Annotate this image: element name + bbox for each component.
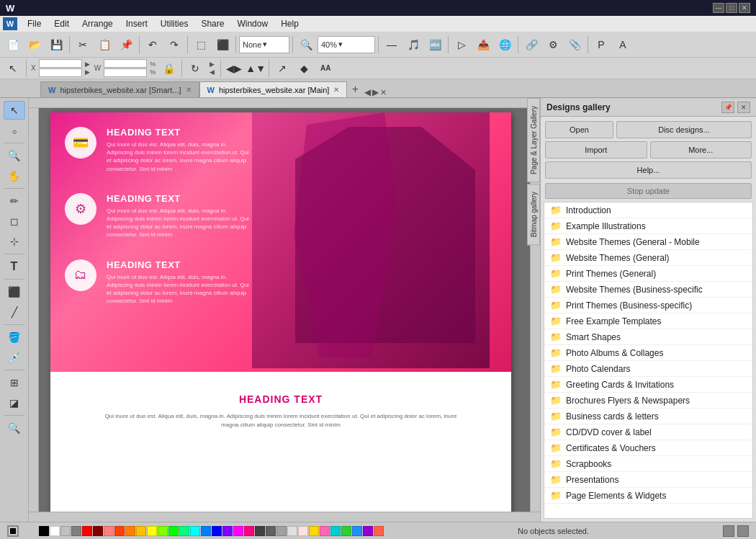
rotate-button[interactable]: ↻ bbox=[185, 58, 205, 79]
search-button[interactable]: 🔍 bbox=[296, 35, 316, 55]
color-swatch-19[interactable] bbox=[244, 526, 254, 536]
select-tool[interactable]: ↖ bbox=[4, 101, 25, 120]
disc-designs-button[interactable]: Disc designs... bbox=[616, 121, 752, 138]
open-button[interactable]: Open bbox=[545, 121, 613, 138]
cut-button[interactable]: ✂ bbox=[73, 35, 93, 55]
lock-ratio-button[interactable]: 🔒 bbox=[158, 58, 179, 79]
color-swatch-11[interactable] bbox=[158, 526, 168, 536]
gallery-item-5[interactable]: 📁Website Themes (Business-specific bbox=[544, 282, 752, 298]
color-swatch-14[interactable] bbox=[190, 526, 200, 536]
status-icon-2[interactable] bbox=[737, 525, 749, 537]
maximize-button[interactable]: □ bbox=[726, 3, 737, 13]
color-swatch-13[interactable] bbox=[179, 526, 189, 536]
arrow-tool[interactable]: ↖ bbox=[3, 58, 23, 79]
extra-btn1[interactable]: ⚙ bbox=[543, 35, 563, 55]
extra-btn2[interactable]: 📎 bbox=[564, 35, 585, 55]
export-button[interactable]: 📤 bbox=[473, 35, 493, 55]
tab-main[interactable]: W hipsterbikes_website.xar [Main] ✕ bbox=[199, 81, 348, 97]
color-swatch-20[interactable] bbox=[255, 526, 265, 536]
gallery-list[interactable]: 📁Introduction📁Example Illustrations📁Webs… bbox=[544, 202, 753, 519]
color-swatch-28[interactable] bbox=[341, 526, 351, 536]
menu-edit[interactable]: Edit bbox=[48, 17, 75, 30]
menu-file[interactable]: File bbox=[22, 17, 47, 30]
new-button[interactable]: 📄 bbox=[3, 35, 23, 55]
gallery-item-12[interactable]: 📁Brochures Flyers & Newspapers bbox=[544, 393, 752, 409]
fill-dropdown[interactable]: None ▾ bbox=[239, 36, 289, 53]
color-swatch-29[interactable] bbox=[352, 526, 362, 536]
eraser-tool[interactable]: ◻ bbox=[4, 212, 25, 231]
search-tool[interactable]: 🔍 bbox=[4, 419, 25, 437]
status-icon-1[interactable] bbox=[723, 525, 734, 537]
panel-pin-button[interactable]: 📌 bbox=[721, 102, 734, 113]
panel-close-button[interactable]: ✕ bbox=[737, 102, 750, 113]
gallery-item-16[interactable]: 📁Scrapbooks bbox=[544, 456, 752, 472]
spell-button[interactable]: 🔤 bbox=[425, 35, 445, 55]
color-swatch-23[interactable] bbox=[287, 526, 297, 536]
gallery-item-7[interactable]: 📁Free Example Templates bbox=[544, 313, 752, 329]
preview-button[interactable]: ▷ bbox=[451, 35, 472, 55]
color-btn2[interactable]: 🎵 bbox=[403, 35, 423, 55]
crop-tool[interactable]: ⊹ bbox=[4, 232, 25, 251]
draw-tool[interactable]: ✏ bbox=[4, 192, 25, 210]
color-swatch-5[interactable] bbox=[93, 526, 103, 536]
horizontal-scrollbar[interactable] bbox=[29, 512, 540, 522]
color-swatch-6[interactable] bbox=[104, 526, 114, 536]
window-controls[interactable]: — □ ✕ bbox=[713, 3, 750, 13]
menu-arrange[interactable]: Arrange bbox=[76, 17, 119, 30]
tab-close-all[interactable]: ✕ bbox=[380, 88, 387, 97]
color-swatch-24[interactable] bbox=[298, 526, 308, 536]
line-tool[interactable]: ╱ bbox=[4, 303, 25, 321]
h-input[interactable] bbox=[104, 68, 147, 77]
color-swatch-26[interactable] bbox=[320, 526, 330, 536]
color-swatch-10[interactable] bbox=[147, 526, 157, 536]
gallery-item-9[interactable]: 📁Photo Albums & Collages bbox=[544, 345, 752, 361]
gallery-item-4[interactable]: 📁Print Themes (General) bbox=[544, 266, 752, 282]
close-button[interactable]: ✕ bbox=[739, 3, 750, 13]
zoom-tool[interactable]: 🔍 bbox=[4, 146, 25, 165]
pointer-mode[interactable]: ↗ bbox=[272, 58, 292, 79]
color-swatch-31[interactable] bbox=[374, 526, 384, 536]
gallery-item-10[interactable]: 📁Photo Calendars bbox=[544, 361, 752, 377]
gallery-item-0[interactable]: 📁Introduction bbox=[544, 202, 752, 218]
save-button[interactable]: 💾 bbox=[46, 35, 66, 55]
gallery-item-17[interactable]: 📁Presentations bbox=[544, 472, 752, 488]
paste-button[interactable]: 📌 bbox=[116, 35, 136, 55]
tab-next[interactable]: ▶ bbox=[372, 87, 379, 97]
color-swatch-12[interactable] bbox=[168, 526, 179, 536]
color-swatch-18[interactable] bbox=[233, 526, 243, 536]
more-button[interactable]: More... bbox=[650, 141, 752, 159]
color-palette[interactable] bbox=[39, 526, 384, 536]
color-swatch-27[interactable] bbox=[330, 526, 341, 536]
menu-insert[interactable]: Insert bbox=[120, 17, 153, 30]
gallery-item-1[interactable]: 📁Example Illustrations bbox=[544, 218, 752, 234]
gallery-item-2[interactable]: 📁Website Themes (General - Mobile bbox=[544, 234, 752, 250]
transform-button[interactable]: ⬚ bbox=[191, 35, 211, 55]
menu-window[interactable]: Window bbox=[231, 17, 274, 30]
color-swatch-22[interactable] bbox=[276, 526, 287, 536]
copy-button[interactable]: 📋 bbox=[94, 35, 114, 55]
color-swatch-25[interactable] bbox=[309, 526, 319, 536]
gallery-item-13[interactable]: 📁Business cards & letters bbox=[544, 409, 752, 424]
page-layer-gallery-tab[interactable]: Page & Layer Gallery bbox=[527, 98, 540, 182]
redo-button[interactable]: ↷ bbox=[164, 35, 184, 55]
node-tool[interactable]: ⬦ bbox=[4, 121, 25, 140]
color-swatch-2[interactable] bbox=[60, 526, 71, 536]
extra-btn3[interactable]: P bbox=[591, 35, 611, 55]
fill-tool[interactable]: 🪣 bbox=[4, 328, 25, 347]
color-swatch-30[interactable] bbox=[363, 526, 373, 536]
tab-smart[interactable]: W hipsterbikes_website.xar [Smart...] ✕ bbox=[40, 81, 199, 97]
color-swatch-16[interactable] bbox=[212, 526, 222, 536]
gallery-item-14[interactable]: 📁CD/DVD cover & label bbox=[544, 424, 752, 440]
publish-button[interactable]: 🌐 bbox=[495, 35, 515, 55]
open-button[interactable]: 📂 bbox=[24, 35, 45, 55]
color-swatch-4[interactable] bbox=[82, 526, 92, 536]
color-swatch-0[interactable] bbox=[39, 526, 49, 536]
shape-tool[interactable]: ⬛ bbox=[4, 282, 25, 301]
tab-main-close[interactable]: ✕ bbox=[333, 86, 339, 94]
x-input[interactable] bbox=[39, 59, 82, 68]
color-swatch-8[interactable] bbox=[125, 526, 135, 536]
tab-prev[interactable]: ◀ bbox=[364, 87, 371, 97]
gallery-item-3[interactable]: 📁Website Themes (General) bbox=[544, 250, 752, 266]
menu-share[interactable]: Share bbox=[195, 17, 230, 30]
tab-add-button[interactable]: + bbox=[347, 81, 363, 97]
